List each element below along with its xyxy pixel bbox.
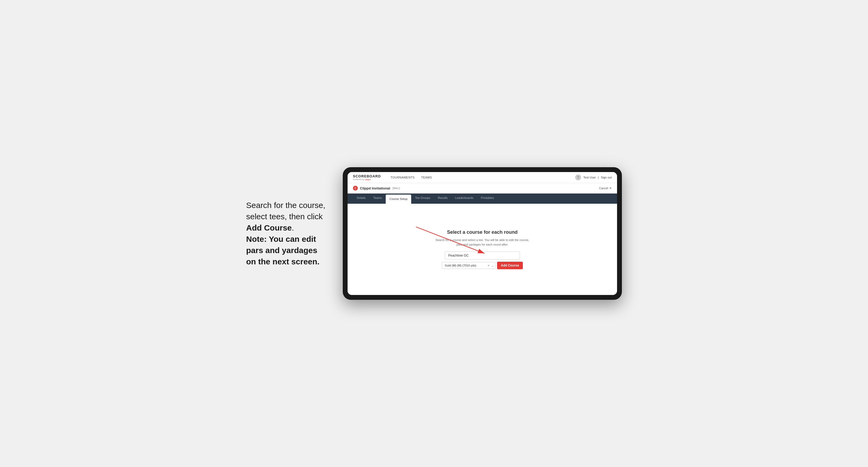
course-setup-description: Search for a course and select a tee. Yo… xyxy=(434,238,531,247)
tournament-icon: C xyxy=(353,186,358,191)
instruction-bold: Add Course xyxy=(246,223,292,232)
brand-name: SCOREBOARD xyxy=(353,174,381,178)
tablet-frame: SCOREBOARD Powered by clippd TOURNAMENTS… xyxy=(343,167,622,300)
main-content: Select a course for each round Search fo… xyxy=(348,204,617,295)
nav-teams[interactable]: TEAMS xyxy=(421,176,432,179)
note-text: Note: You can edit pars and yardages on … xyxy=(246,234,327,267)
user-name: Test User xyxy=(583,176,596,179)
navbar-links: TOURNAMENTS TEAMS xyxy=(391,176,432,179)
tee-select-row: Gold (M) (M) (7010 yds) ✕ ⌄ Add Course xyxy=(434,262,531,269)
tournament-title: C Clippd Invitational (Men) xyxy=(353,186,400,191)
powered-by-brand: clippd xyxy=(365,178,370,181)
navbar-left: SCOREBOARD Powered by clippd TOURNAMENTS… xyxy=(353,174,432,181)
navbar: SCOREBOARD Powered by clippd TOURNAMENTS… xyxy=(348,172,617,183)
tee-chevron-icon: ⌄ xyxy=(492,264,494,267)
nav-tournaments[interactable]: TOURNAMENTS xyxy=(391,176,415,179)
tablet-container: SCOREBOARD Powered by clippd TOURNAMENTS… xyxy=(343,167,622,300)
tournament-gender: (Men) xyxy=(393,187,400,190)
tee-select-wrapper: Gold (M) (M) (7010 yds) ✕ ⌄ xyxy=(442,262,495,269)
navbar-right: T Test User | Sign out xyxy=(575,175,612,180)
course-setup-title: Select a course for each round xyxy=(434,229,531,235)
tab-tee-groups[interactable]: Tee Groups xyxy=(411,193,434,204)
user-avatar: T xyxy=(575,175,581,180)
tab-leaderboards[interactable]: Leaderboards xyxy=(452,193,477,204)
add-course-button[interactable]: Add Course xyxy=(497,262,523,269)
tab-printables[interactable]: Printables xyxy=(477,193,498,204)
powered-by: Powered by clippd xyxy=(353,178,381,181)
tab-course-setup[interactable]: Course Setup xyxy=(386,195,411,204)
course-setup-card: Select a course for each round Search fo… xyxy=(434,229,531,269)
tee-clear-icon[interactable]: ✕ xyxy=(488,264,490,267)
tab-teams[interactable]: Teams xyxy=(370,193,386,204)
tournament-name: Clippd Invitational xyxy=(360,186,390,190)
cancel-button[interactable]: Cancel ✕ xyxy=(599,187,612,190)
navbar-brand: SCOREBOARD Powered by clippd xyxy=(353,174,381,181)
tab-results[interactable]: Results xyxy=(434,193,452,204)
course-search-input[interactable] xyxy=(445,251,520,259)
tournament-header: C Clippd Invitational (Men) Cancel ✕ xyxy=(348,183,617,193)
annotation-panel: Search for the course, select tees, then… xyxy=(246,200,327,267)
tab-details[interactable]: Details xyxy=(353,193,370,204)
sign-out-link[interactable]: Sign out xyxy=(601,176,612,179)
tablet-screen: SCOREBOARD Powered by clippd TOURNAMENTS… xyxy=(348,172,617,295)
tab-nav: Details Teams Course Setup Tee Groups Re… xyxy=(348,193,617,204)
instruction-text: Search for the course, select tees, then… xyxy=(246,200,327,234)
separator: | xyxy=(598,176,599,179)
